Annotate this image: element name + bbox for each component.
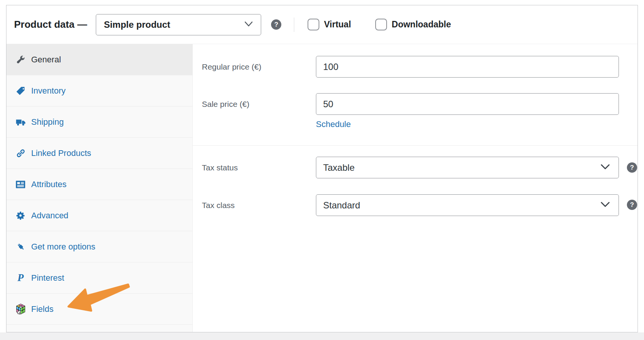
tab-pinterest[interactable]: P Pinterest <box>6 262 192 294</box>
tax-status-label: Tax status <box>202 157 308 178</box>
wrench-icon <box>15 54 26 65</box>
tax-status-help-icon[interactable]: ? <box>627 162 637 173</box>
link-icon <box>15 148 26 159</box>
tab-label: Shipping <box>31 117 64 127</box>
header-separator <box>294 17 294 32</box>
tab-general[interactable]: General <box>6 44 192 75</box>
product-data-tabs: General Inventory Shipping Linked Produc… <box>6 44 193 332</box>
tab-label: Attributes <box>31 180 67 189</box>
pinterest-icon: P <box>15 273 26 283</box>
virtual-label: Virtual <box>324 19 351 30</box>
tab-shipping[interactable]: Shipping <box>6 106 192 138</box>
tab-advanced[interactable]: Advanced <box>6 200 192 231</box>
attributes-card-icon <box>15 179 26 190</box>
downloadable-checkbox[interactable] <box>375 19 387 30</box>
tab-attributes[interactable]: Attributes <box>6 169 192 200</box>
truck-icon <box>15 117 26 127</box>
gear-icon <box>15 210 26 221</box>
product-type-select[interactable]: Simple product <box>96 14 261 35</box>
schedule-link[interactable]: Schedule <box>316 119 351 129</box>
tax-status-select[interactable]: Taxable <box>316 157 619 178</box>
tab-fields[interactable]: Fields <box>6 294 192 325</box>
tab-label: Inventory <box>31 86 66 96</box>
chevron-down-icon <box>600 164 610 172</box>
tax-class-help-icon[interactable]: ? <box>627 200 637 210</box>
tax-class-value: Standard <box>323 200 360 211</box>
tab-label: General <box>31 55 61 65</box>
downloadable-label: Downloadable <box>392 19 451 30</box>
chevron-down-icon <box>244 21 253 29</box>
plug-icon <box>15 241 26 252</box>
downloadable-checkbox-group: Downloadable <box>375 19 451 30</box>
section-divider <box>193 145 638 146</box>
product-type-value: Simple product <box>104 19 170 30</box>
tab-label: Linked Products <box>31 148 91 158</box>
tax-class-select[interactable]: Standard <box>316 194 619 216</box>
sale-price-input[interactable] <box>316 93 619 115</box>
tab-label: Get more options <box>31 242 95 252</box>
page-background-strip <box>0 332 644 340</box>
tag-icon <box>15 86 26 96</box>
sale-price-label: Sale price (€) <box>202 93 308 115</box>
tab-label: Fields <box>31 304 54 314</box>
regular-price-label: Regular price (€) <box>202 56 308 78</box>
tax-status-value: Taxable <box>323 162 355 173</box>
rubiks-cube-icon <box>15 304 26 315</box>
regular-price-input[interactable] <box>316 56 619 78</box>
tab-label: Pinterest <box>31 273 64 283</box>
chevron-down-icon <box>600 201 610 209</box>
product-data-header: Product data — Simple product ? Virtual … <box>6 5 638 44</box>
tab-label: Advanced <box>31 211 68 221</box>
tab-linked-products[interactable]: Linked Products <box>6 138 192 169</box>
tab-inventory[interactable]: Inventory <box>6 75 192 106</box>
virtual-checkbox[interactable] <box>308 19 319 30</box>
page-title: Product data — <box>14 19 87 30</box>
virtual-checkbox-group: Virtual <box>308 19 351 30</box>
help-icon[interactable]: ? <box>271 19 281 30</box>
tax-class-label: Tax class <box>202 194 308 216</box>
tab-get-more-options[interactable]: Get more options <box>6 231 192 262</box>
product-data-page: { "window": {"width": 1694, "height": 89… <box>0 0 644 340</box>
product-data-panel: Product data — Simple product ? Virtual … <box>6 5 638 332</box>
